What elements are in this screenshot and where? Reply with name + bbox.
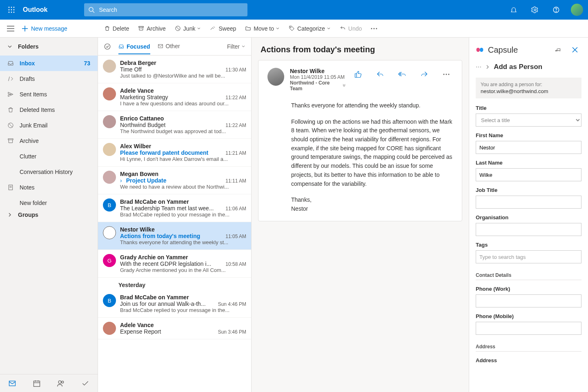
tab-focused[interactable]: Focused <box>118 43 150 54</box>
folder-item[interactable]: Conversation History <box>0 164 98 180</box>
message-time: 11:21 AM <box>225 150 246 156</box>
junk-button[interactable]: Junk <box>175 25 201 32</box>
message-from: Enrico Cattaneo <box>120 115 164 122</box>
job-title-input[interactable] <box>476 196 581 209</box>
message-from: Grady Archie on Yammer <box>120 254 188 261</box>
close-panel-icon[interactable] <box>568 43 581 56</box>
message-item[interactable]: Adele VanceMarketing Strategy11:22 AMI h… <box>98 83 251 111</box>
message-subject: Join us for our annual Walk-a-th... <box>120 301 214 307</box>
title-select[interactable]: Select a title <box>476 114 581 127</box>
folders-header[interactable]: Folders <box>0 38 98 56</box>
folder-item[interactable]: New folder <box>0 195 98 206</box>
new-message-button[interactable]: New message <box>22 25 67 32</box>
address-label: Address <box>476 357 581 363</box>
svg-point-7 <box>11 12 12 13</box>
svg-point-3 <box>9 9 10 11</box>
move-to-button[interactable]: Move to <box>245 25 280 32</box>
app-launcher-icon[interactable] <box>5 3 18 16</box>
more-message-actions-icon[interactable] <box>440 68 453 81</box>
capsule-icon <box>476 46 484 54</box>
more-actions-icon[interactable] <box>371 28 377 29</box>
sender-avatar <box>103 115 116 128</box>
message-item[interactable]: Megan Bowen›Project Update11:11 AMWe nee… <box>98 167 251 194</box>
svg-rect-32 <box>9 381 15 386</box>
nav-bottom-bar <box>0 374 98 392</box>
filter-button[interactable]: Filter <box>227 43 245 50</box>
title-bar: Outlook <box>0 0 588 20</box>
undo-button[interactable]: Undo <box>340 25 362 32</box>
reply-all-icon[interactable] <box>396 68 409 81</box>
message-from: Alex Wilber <box>120 143 151 149</box>
folder-item[interactable]: Sent Items <box>0 87 98 102</box>
phone-work-input[interactable] <box>476 294 581 307</box>
sweep-icon <box>210 25 216 31</box>
folder-item[interactable]: Junk Email <box>0 118 98 133</box>
chevron-right-icon <box>486 65 490 69</box>
svg-point-24 <box>374 28 375 29</box>
calendar-module-icon[interactable] <box>30 377 43 390</box>
folder-item[interactable]: Clutter <box>0 149 98 164</box>
message-preview: I have a few questions and ideas around … <box>120 100 246 107</box>
svg-point-9 <box>89 7 93 11</box>
message-time: 10:58 AM <box>225 261 246 267</box>
todo-module-icon[interactable] <box>79 377 92 390</box>
folder-item[interactable]: Archive <box>0 133 98 149</box>
folder-label: Junk Email <box>20 122 47 129</box>
help-icon[interactable] <box>550 3 563 16</box>
trash-icon <box>104 25 110 31</box>
nav-toggle-icon[interactable] <box>5 26 16 31</box>
chevron-down-icon <box>7 44 12 49</box>
message-item[interactable]: BBrad McCabe on YammerJoin us for our an… <box>98 290 251 318</box>
first-name-input[interactable] <box>476 141 581 154</box>
message-subject: Actions from today's meeting <box>261 45 462 54</box>
notifications-icon[interactable] <box>507 3 520 16</box>
mail-module-icon[interactable] <box>6 377 19 390</box>
message-item[interactable]: Nestor WilkeActions from today's meeting… <box>98 222 251 250</box>
svg-rect-45 <box>480 48 483 52</box>
svg-line-27 <box>9 123 12 127</box>
addin-panel: Capsule ··· Add as Person You are adding… <box>469 38 588 392</box>
svg-point-39 <box>105 44 110 49</box>
message-item[interactable]: Enrico CattaneoNorthwind Budget11:22 AMT… <box>98 111 251 139</box>
message-item[interactable]: Debra BergerTime Off11:30 AMJust talked … <box>98 56 251 83</box>
message-item[interactable]: BBrad McCabe on YammerThe Leadership Tea… <box>98 194 251 222</box>
reply-icon[interactable] <box>374 68 387 81</box>
groups-header[interactable]: Groups <box>0 206 98 224</box>
breadcrumb-ellipsis[interactable]: ··· <box>476 63 481 71</box>
distribution-list[interactable]: Northwind - Core Team <box>290 80 346 91</box>
message-item[interactable]: Alex WilberPlease forward patent documen… <box>98 139 251 167</box>
settings-icon[interactable] <box>528 3 541 16</box>
search-box[interactable] <box>84 3 247 16</box>
delete-button[interactable]: Delete <box>104 25 129 32</box>
folder-item[interactable]: Drafts <box>0 71 98 87</box>
forward-icon[interactable] <box>418 68 431 81</box>
tags-input[interactable] <box>476 250 581 263</box>
organisation-input[interactable] <box>476 223 581 236</box>
phone-mobile-input[interactable] <box>476 322 581 335</box>
message-item[interactable]: GGrady Archie on YammerWith the recent G… <box>98 250 251 278</box>
select-ring-icon[interactable] <box>103 226 116 239</box>
account-avatar[interactable] <box>571 4 583 16</box>
sweep-button[interactable]: Sweep <box>210 25 236 32</box>
message-item[interactable]: Adele VanceExpense ReportSun 3:46 PM <box>98 318 251 339</box>
search-input[interactable] <box>99 7 243 13</box>
categorize-button[interactable]: Categorize <box>289 25 331 32</box>
folder-item[interactable]: Deleted Items <box>0 102 98 118</box>
folder-item[interactable]: Notes <box>0 180 98 195</box>
svg-line-21 <box>176 27 180 30</box>
chevron-down-icon <box>342 84 346 88</box>
tab-other[interactable]: Other <box>158 43 180 50</box>
last-name-input[interactable] <box>476 168 581 181</box>
svg-point-23 <box>371 28 372 29</box>
folder-icon <box>7 184 14 191</box>
message-list-pane: Focused Other Filter Debra BergerTime Of… <box>98 38 252 392</box>
contact-details-section: Contact Details <box>476 272 581 280</box>
archive-button[interactable]: Archive <box>138 25 166 32</box>
pin-icon[interactable] <box>551 43 564 56</box>
people-module-icon[interactable] <box>54 377 67 390</box>
svg-point-2 <box>13 7 15 8</box>
select-all-icon[interactable] <box>104 43 111 50</box>
like-icon[interactable] <box>352 68 365 81</box>
folder-item[interactable]: Inbox73 <box>0 56 98 71</box>
folder-label: Archive <box>20 138 39 144</box>
